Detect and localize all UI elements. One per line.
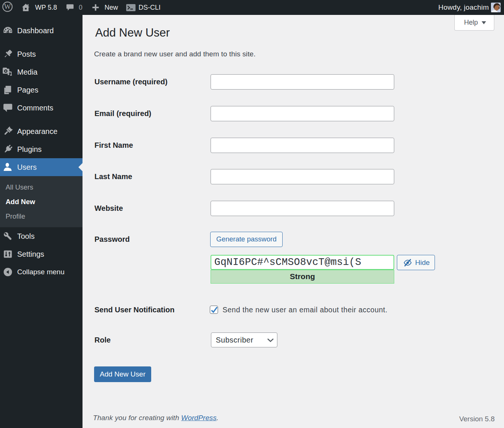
- svg-text:W: W: [4, 3, 11, 10]
